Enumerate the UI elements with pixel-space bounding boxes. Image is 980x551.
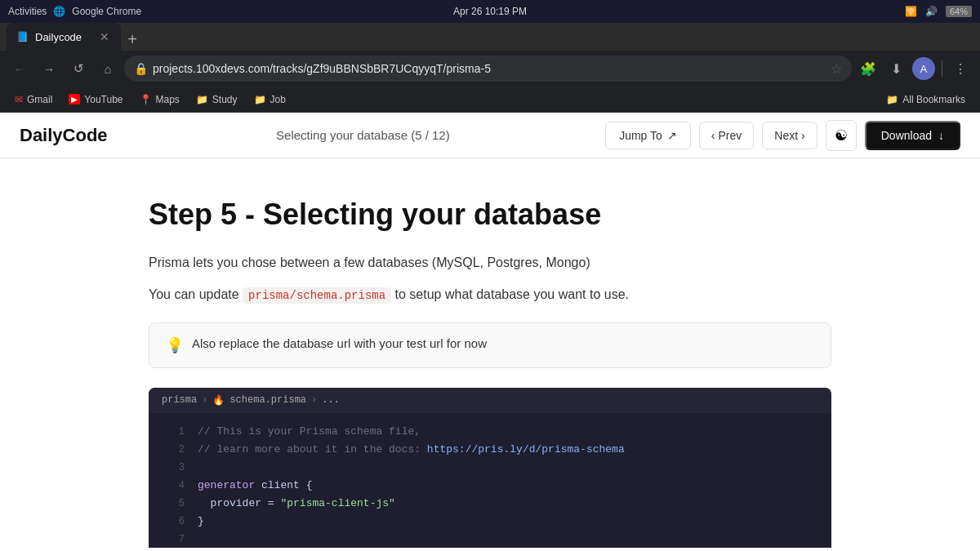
header-actions: Jump To ↗ ‹ Prev Next › ☯ Download ↓ — [605, 120, 960, 151]
info-text: Also replace the database url with your … — [192, 336, 487, 350]
extensions-button[interactable]: 🧩 — [855, 56, 881, 82]
prev-button[interactable]: ‹ Prev — [699, 122, 754, 149]
jump-to-button[interactable]: Jump To ↗ — [605, 122, 691, 149]
next-button[interactable]: Next › — [762, 122, 817, 149]
bookmark-study[interactable]: 📁 Study — [189, 91, 244, 109]
profile-avatar[interactable]: A — [912, 57, 935, 80]
article-content: Step 5 - Selecting your database Prisma … — [122, 158, 858, 548]
code-line-4: 4 generator client { — [149, 477, 831, 495]
next-icon: › — [801, 129, 805, 142]
os-bar: Activities 🌐 Google Chrome Apr 26 10:19 … — [0, 0, 980, 23]
download-manager-button[interactable]: ⬇ — [883, 56, 909, 82]
code-breadcrumb: prisma › 🔥 schema.prisma › ... — [149, 388, 831, 413]
all-bookmarks-icon: 📁 — [886, 94, 898, 105]
tab-close-button[interactable]: ✕ — [98, 29, 111, 45]
breadcrumb-prisma: prisma — [162, 394, 197, 406]
code-line-7: 7 — [149, 531, 831, 548]
jump-to-icon: ↗ — [667, 129, 677, 142]
theme-icon: ☯ — [835, 127, 848, 144]
breadcrumb-filename: schema.prisma — [229, 394, 306, 406]
breadcrumb-ellipsis: ... — [322, 394, 340, 406]
new-tab-button[interactable]: + — [121, 28, 144, 51]
active-tab[interactable]: 📘 Dailycode ✕ — [7, 23, 121, 51]
inline-code-prisma: prisma/schema.prisma — [243, 287, 391, 304]
info-box: 💡 Also replace the database url with you… — [149, 322, 831, 368]
page-content: DailyCode Selecting your database (5 / 1… — [0, 113, 980, 548]
bookmark-job[interactable]: 📁 Job — [247, 91, 292, 109]
jump-to-label: Jump To — [619, 129, 662, 142]
article-para2: You can update prisma/schema.prisma to s… — [149, 283, 831, 306]
tab-favicon: 📘 — [16, 31, 29, 42]
refresh-button[interactable]: ↺ — [65, 56, 91, 82]
sound-icon: 🔊 — [925, 6, 938, 17]
dailycode-header: DailyCode Selecting your database (5 / 1… — [0, 113, 980, 158]
youtube-icon: ▶ — [69, 94, 80, 104]
download-label: Download — [881, 129, 932, 142]
article-title: Step 5 - Selecting your database — [149, 198, 831, 232]
bookmark-youtube[interactable]: ▶ YouTube — [62, 91, 129, 109]
breadcrumb-file-icon: 🔥 — [212, 394, 225, 407]
article-para1: Prisma lets you chose between a few data… — [149, 251, 831, 273]
tab-title: Dailycode — [35, 31, 91, 43]
prev-label: Prev — [718, 129, 742, 142]
lock-icon: 🔒 — [134, 62, 148, 75]
code-line-5: 5 provider = "prisma-client-js" — [149, 495, 831, 513]
para2-before: You can update — [149, 287, 243, 301]
bookmark-gmail[interactable]: ✉ Gmail — [8, 91, 59, 109]
address-bar[interactable]: 🔒 projects.100xdevs.com/tracks/gZf9uBBNS… — [124, 56, 852, 82]
activities-label[interactable]: Activities — [8, 6, 47, 17]
bookmark-star-icon[interactable]: ☆ — [831, 61, 842, 77]
study-folder-icon: 📁 — [196, 94, 208, 105]
battery-indicator: 64% — [946, 6, 972, 17]
url-text: projects.100xdevs.com/tracks/gZf9uBBNSbB… — [153, 62, 826, 75]
progress-text: Selecting your database (5 / 12) — [134, 128, 593, 142]
home-button[interactable]: ⌂ — [95, 56, 121, 82]
download-icon: ↓ — [938, 129, 944, 142]
bookmarks-bar: ✉ Gmail ▶ YouTube 📍 Maps 📁 Study 📁 Job 📁… — [0, 87, 980, 113]
browser-name: Google Chrome — [72, 6, 141, 17]
maps-icon: 📍 — [140, 94, 152, 105]
forward-button[interactable]: → — [36, 56, 62, 82]
prev-icon: ‹ — [711, 129, 715, 142]
info-emoji: 💡 — [166, 336, 184, 354]
code-block: prisma › 🔥 schema.prisma › ... 1 // This… — [149, 388, 831, 548]
os-datetime: Apr 26 10:19 PM — [453, 6, 527, 17]
browser-favicon: 🌐 — [53, 6, 65, 17]
bookmark-maps[interactable]: 📍 Maps — [133, 91, 186, 109]
code-line-1: 1 // This is your Prisma schema file, — [149, 423, 831, 441]
back-button[interactable]: ← — [7, 56, 33, 82]
code-body: 1 // This is your Prisma schema file, 2 … — [149, 413, 831, 548]
job-folder-icon: 📁 — [254, 94, 266, 105]
code-line-6: 6 } — [149, 513, 831, 531]
tab-bar: 📘 Dailycode ✕ + — [0, 23, 980, 51]
toolbar-buttons: 🧩 ⬇ A ⋮ — [855, 56, 973, 82]
toolbar-divider — [942, 60, 942, 77]
chrome-menu-button[interactable]: ⋮ — [947, 56, 973, 82]
code-line-2: 2 // learn more about it in the docs: ht… — [149, 441, 831, 459]
next-label: Next — [774, 129, 798, 142]
theme-toggle-button[interactable]: ☯ — [826, 120, 857, 151]
para2-after: to setup what database you want to use. — [391, 287, 629, 301]
profile-menu-button[interactable]: A — [911, 56, 937, 82]
wifi-icon: 🛜 — [905, 6, 917, 17]
dailycode-logo: DailyCode — [20, 125, 108, 146]
address-bar-row: ← → ↺ ⌂ 🔒 projects.100xdevs.com/tracks/g… — [0, 51, 980, 87]
all-bookmarks-button[interactable]: 📁 All Bookmarks — [880, 91, 972, 109]
download-button[interactable]: Download ↓ — [865, 121, 960, 150]
code-line-3: 3 — [149, 459, 831, 477]
gmail-icon: ✉ — [15, 94, 23, 105]
